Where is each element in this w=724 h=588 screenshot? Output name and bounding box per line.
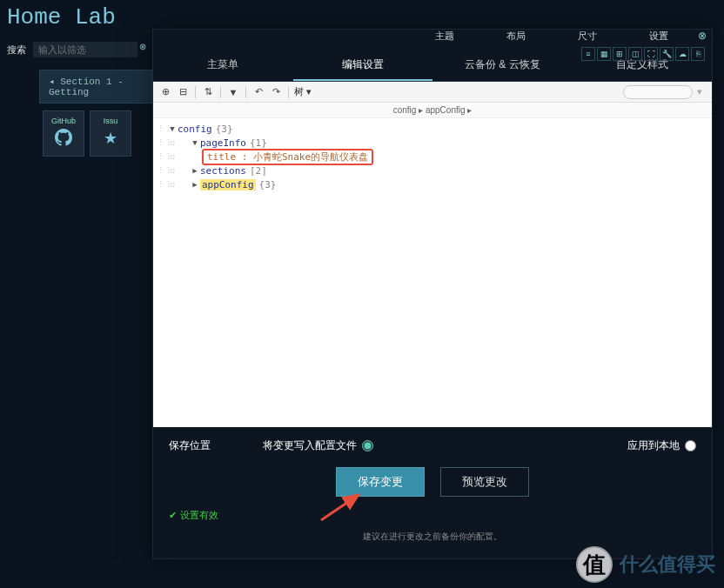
- radio-write-config[interactable]: 将变更写入配置文件: [263, 438, 373, 453]
- background-section: ◂ Section 1 - Getting GitHub Issu ★: [39, 70, 152, 164]
- menu-layout[interactable]: 布局: [506, 30, 526, 43]
- tree-search-input[interactable]: [623, 85, 693, 99]
- export-icon[interactable]: ⎘: [691, 47, 705, 61]
- expand-all-icon[interactable]: ⊕: [158, 85, 172, 99]
- menu-theme[interactable]: 主题: [435, 30, 454, 43]
- view-mode-dropdown[interactable]: 树 ▾: [294, 85, 312, 98]
- tree-row-config[interactable]: ⋮⋮ ▼ config {3}: [153, 122, 712, 136]
- editor-modal: 主题 布局 尺寸 设置 ⊗ ≡ ▦ ⊞ ◫ ⛶ 🔧 ☁ ⎘ 主菜单 编辑设置 云…: [152, 29, 713, 559]
- drag-handle-icon[interactable]: ⋮⋮: [157, 138, 167, 147]
- section-item-issues[interactable]: Issu ★: [90, 110, 131, 157]
- github-icon: [50, 129, 77, 150]
- redo-icon[interactable]: ↷: [269, 85, 283, 99]
- collapse-icon[interactable]: ▼: [167, 124, 178, 133]
- modal-footer: 保存位置 将变更写入配置文件 应用到本地 保存变更 预览更改 ✔ 设置有效 建议…: [153, 427, 712, 558]
- menu-settings[interactable]: 设置: [649, 30, 668, 43]
- tab-cloud[interactable]: 云备份 & 云恢复: [432, 50, 573, 81]
- section-item-github[interactable]: GitHub: [43, 110, 84, 157]
- editor-toolbar: ⊕ ⊟ ⇅ ▼ ↶ ↷ 树 ▾ ▾: [153, 82, 712, 103]
- search-label: 搜索: [7, 43, 26, 57]
- tab-main[interactable]: 主菜单: [153, 50, 293, 81]
- grid-icon[interactable]: ▦: [597, 47, 611, 61]
- valid-indicator: ✔ 设置有效: [169, 509, 696, 522]
- watermark-logo-icon: 值: [576, 546, 613, 583]
- compress-icon[interactable]: ⊞: [613, 47, 627, 61]
- tree-row-pageinfo[interactable]: ⋮⋮ ☐ ▼ pageInfo {1}: [153, 136, 712, 150]
- cloud-icon[interactable]: ☁: [675, 47, 689, 61]
- tool-icon[interactable]: 🔧: [660, 47, 674, 61]
- expand-icon[interactable]: ▶: [190, 180, 200, 189]
- search-input[interactable]: [33, 42, 137, 57]
- collapse-all-icon[interactable]: ⊟: [176, 85, 190, 99]
- checkbox-icon[interactable]: ☐: [167, 138, 178, 147]
- search-dropdown-icon[interactable]: ▾: [693, 85, 707, 99]
- watermark: 值 什么值得买: [576, 546, 715, 583]
- layout-icon[interactable]: ◫: [628, 47, 642, 61]
- checkbox-icon[interactable]: ☐: [167, 166, 178, 175]
- filter-icon[interactable]: ▼: [226, 85, 240, 99]
- save-button[interactable]: 保存变更: [336, 467, 425, 497]
- tree-row-appconfig[interactable]: ⋮⋮ ☐ ▶ appConfig {3}: [153, 177, 712, 191]
- tree-row-title[interactable]: ⋮⋮ ☐ title : 小青蛇Snake的导航仪表盘: [153, 150, 712, 164]
- radio-apply-local[interactable]: 应用到本地: [627, 438, 696, 453]
- preview-button[interactable]: 预览更改: [440, 467, 529, 497]
- search-bar: 搜索: [7, 42, 137, 57]
- drag-handle-icon[interactable]: ⋮⋮: [157, 180, 167, 189]
- check-icon: ✔: [169, 510, 177, 521]
- app-title: Home Lab: [7, 4, 116, 30]
- list-icon[interactable]: ≡: [581, 47, 595, 61]
- hint-text: 建议在进行更改之前备份你的配置。: [169, 531, 696, 543]
- expand-icon[interactable]: ⛶: [644, 47, 658, 61]
- top-menu-bar: 主题 布局 尺寸 设置: [435, 28, 712, 44]
- checkbox-icon[interactable]: ☐: [167, 180, 178, 189]
- toolbar-icons: ≡ ▦ ⊞ ◫ ⛶ 🔧 ☁ ⎘: [581, 47, 705, 61]
- undo-icon[interactable]: ↶: [251, 85, 265, 99]
- tab-edit[interactable]: 编辑设置: [293, 50, 433, 81]
- menu-size[interactable]: 尺寸: [578, 30, 597, 43]
- breadcrumb[interactable]: config ▸ appConfig ▸: [153, 103, 712, 118]
- section-title[interactable]: ◂ Section 1 - Getting: [39, 70, 152, 104]
- sort-icon[interactable]: ⇅: [201, 85, 215, 99]
- close-icon[interactable]: ⊗: [139, 42, 146, 51]
- json-tree: ⋮⋮ ▼ config {3} ⋮⋮ ☐ ▼ pageInfo {1} ⋮⋮ ☐…: [153, 118, 712, 427]
- drag-handle-icon[interactable]: ⋮⋮: [157, 124, 167, 133]
- expand-icon[interactable]: ▶: [190, 166, 200, 175]
- highlighted-field: title : 小青蛇Snake的导航仪表盘: [202, 149, 373, 165]
- drag-handle-icon[interactable]: ⋮⋮: [157, 166, 167, 175]
- drag-handle-icon[interactable]: ⋮⋮: [157, 152, 167, 161]
- save-location-label: 保存位置: [169, 438, 211, 453]
- close-modal-icon[interactable]: ⊗: [698, 30, 707, 42]
- tree-row-sections[interactable]: ⋮⋮ ☐ ▶ sections [2]: [153, 164, 712, 177]
- checkbox-icon[interactable]: ☐: [167, 152, 178, 161]
- collapse-icon[interactable]: ▼: [190, 138, 200, 147]
- bug-icon: ★: [97, 129, 124, 148]
